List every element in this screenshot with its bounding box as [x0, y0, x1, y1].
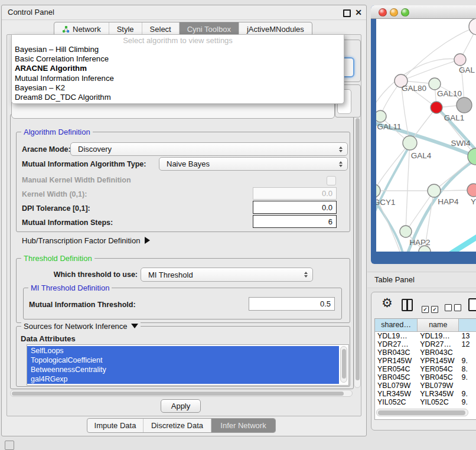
table-cell: YPR145W	[375, 357, 418, 365]
collapsed-panel-icon[interactable]	[5, 441, 14, 450]
attribute-item-betweennesscentrality[interactable]: BetweennessCentrality	[27, 365, 339, 374]
manual-kernel-checkbox[interactable]	[327, 176, 336, 185]
table-cell: YBR043C	[375, 348, 418, 357]
algorithm-dropdown-placeholder: Select algorithm to view settings	[12, 36, 344, 45]
network-node-label: GAL80	[402, 84, 426, 93]
table-row[interactable]: YLR345WYLR345W9.	[375, 390, 476, 398]
tab-discretize-data[interactable]: Discretize Data	[143, 419, 211, 432]
manual-kernel-label: Manual Kernel Width Definition	[22, 176, 131, 184]
network-node-y[interactable]	[467, 184, 476, 197]
network-node-gal11[interactable]	[376, 110, 386, 122]
new-column-icon[interactable]	[468, 298, 476, 311]
table-panel-title: Table Panel	[374, 272, 415, 288]
network-node-gcy1[interactable]	[376, 184, 380, 197]
table-cell: YIL052C	[418, 398, 459, 405]
gear-icon[interactable]: ⚙	[382, 296, 393, 310]
network-node-gal10[interactable]	[429, 78, 441, 90]
attribute-item-topologicalcoefficient[interactable]: TopologicalCoefficient	[27, 356, 339, 365]
attribute-item-selfloops[interactable]: SelfLoops	[27, 346, 339, 356]
sources-legend[interactable]: Sources for Network Inference	[21, 322, 141, 331]
network-edge[interactable]	[376, 143, 410, 191]
table-row[interactable]: YDL19…YDL19…13	[375, 332, 476, 340]
algorithm-option-basic-correlation-inference[interactable]: Basic Correlation Inference	[12, 54, 344, 64]
float-icon[interactable]	[343, 9, 351, 17]
column-header-3[interactable]	[459, 319, 476, 331]
network-node-gal1[interactable]	[431, 102, 442, 113]
table-cell: YBR045C	[418, 373, 459, 381]
algorithm-definition-legend: Algorithm Definition	[21, 128, 93, 136]
dpi-tolerance-input[interactable]: 0.0	[253, 201, 337, 214]
table-cell: 9.	[459, 398, 476, 405]
table-cell: YPR145W	[418, 357, 459, 365]
network-canvas[interactable]: GALGAL80GAL10GAL1GAL11SWI4GAL4GCY1HAP4YH…	[376, 19, 476, 252]
table-cell: YLR345W	[375, 390, 418, 398]
kernel-width-input: 0.0	[253, 187, 337, 200]
network-node-label: GAL11	[377, 122, 401, 131]
dpi-tolerance-label: DPI Tolerance [0,1]:	[22, 204, 90, 213]
algorithm-option-mutual-information-inference[interactable]: Mutual Information Inference	[12, 74, 344, 83]
threshold-definition-legend: Threshold Definition	[21, 254, 94, 263]
network-icon	[62, 26, 70, 33]
attribute-list-scrollbar[interactable]	[340, 346, 347, 383]
network-node-hap4[interactable]	[428, 184, 441, 197]
column-header-name[interactable]: name	[418, 319, 459, 331]
table-cell: 9.	[459, 357, 476, 365]
network-edge[interactable]	[376, 58, 460, 107]
table-row[interactable]: YDR27…YDR27…12	[375, 340, 476, 348]
aracne-mode-value: Discovery	[78, 145, 112, 154]
network-edge[interactable]	[406, 143, 410, 231]
table-row[interactable]: YBL079WYBL079W	[375, 381, 476, 390]
table-row[interactable]: YER054CYER054C8.	[375, 365, 476, 373]
tab-infer-network[interactable]: Infer Network	[211, 419, 275, 432]
bottom-tabbar: Impute DataDiscretize DataInfer Network	[87, 418, 276, 433]
desktop: Control Panel ✕ NetworkStyleSelectCyni T…	[0, 0, 476, 450]
network-node-gal4[interactable]	[403, 136, 417, 150]
minimize-traffic-light-icon[interactable]	[390, 8, 398, 17]
network-node-gal[interactable]	[454, 54, 466, 66]
network-node-hap2[interactable]	[400, 226, 412, 237]
table-cell: 12	[459, 340, 476, 348]
algorithm-option-bayesian-k2[interactable]: Bayesian – K2	[12, 83, 344, 93]
table-horizontal-scrollbar[interactable]	[376, 409, 468, 416]
aracne-mode-select[interactable]: Discovery	[70, 142, 348, 156]
settings-horizontal-scrollbar[interactable]	[10, 390, 353, 397]
network-node[interactable]	[457, 97, 472, 113]
table-cell: YER054C	[375, 365, 418, 373]
algorithm-option-dream8-dc-tdc-algorithm[interactable]: Dream8 DC_TDC Algorithm	[12, 93, 344, 102]
network-node-label: GCY1	[376, 198, 395, 207]
close-icon[interactable]: ✕	[355, 7, 362, 18]
hub-definition-toggle[interactable]: Hub/Transcription Factor Definition	[22, 236, 150, 245]
deselect-all-icon[interactable]	[445, 303, 464, 314]
table-cell: YIL052C	[375, 398, 418, 405]
mi-threshold-input[interactable]: 0.5	[249, 297, 335, 311]
close-traffic-light-icon[interactable]	[379, 8, 387, 17]
algorithm-dropdown-list: Select algorithm to view settings Bayesi…	[11, 34, 344, 104]
control-panel-window: Control Panel ✕ NetworkStyleSelectCyni T…	[1, 5, 367, 436]
split-view-icon[interactable]	[402, 299, 413, 311]
table-cell: YBR045C	[375, 373, 418, 381]
tab-impute-data[interactable]: Impute Data	[87, 419, 143, 432]
stepper-arrows-icon	[304, 272, 308, 278]
table-row[interactable]: YIL052CYIL052C9.	[375, 398, 476, 405]
table-row[interactable]: YBR045CYBR045C9.	[375, 373, 476, 381]
select-all-icon[interactable]: ✓✓	[422, 303, 441, 314]
table-row[interactable]: YPR145WYPR145W9.	[375, 357, 476, 365]
algorithm-option-aracne-algorithm[interactable]: ARACNE Algorithm	[12, 64, 344, 73]
network-edge[interactable]	[448, 235, 476, 252]
table-cell: YDL19…	[418, 332, 459, 340]
network-window-titlebar[interactable]	[371, 5, 476, 19]
algorithm-option-bayesian-hill-climbing[interactable]: Bayesian – Hill Climbing	[12, 45, 344, 54]
table-cell: YBR043C	[418, 348, 459, 357]
column-header-shared[interactable]: shared…	[375, 319, 418, 331]
settings-vertical-scrollbar[interactable]	[354, 114, 361, 388]
network-edge[interactable]	[401, 60, 460, 81]
apply-button[interactable]: Apply	[161, 399, 201, 413]
table-header-row: shared…name	[375, 319, 476, 332]
mi-steps-input[interactable]: 6	[253, 215, 337, 228]
network-node[interactable]	[469, 19, 476, 35]
mi-type-select[interactable]: Naive Bayes	[159, 157, 348, 171]
which-threshold-select[interactable]: MI Threshold	[141, 268, 313, 282]
table-row[interactable]: YBR043CYBR043C	[375, 348, 476, 357]
zoom-traffic-light-icon[interactable]	[401, 8, 409, 17]
attribute-item-gal4rgexp[interactable]: gal4RGexp	[27, 374, 339, 384]
